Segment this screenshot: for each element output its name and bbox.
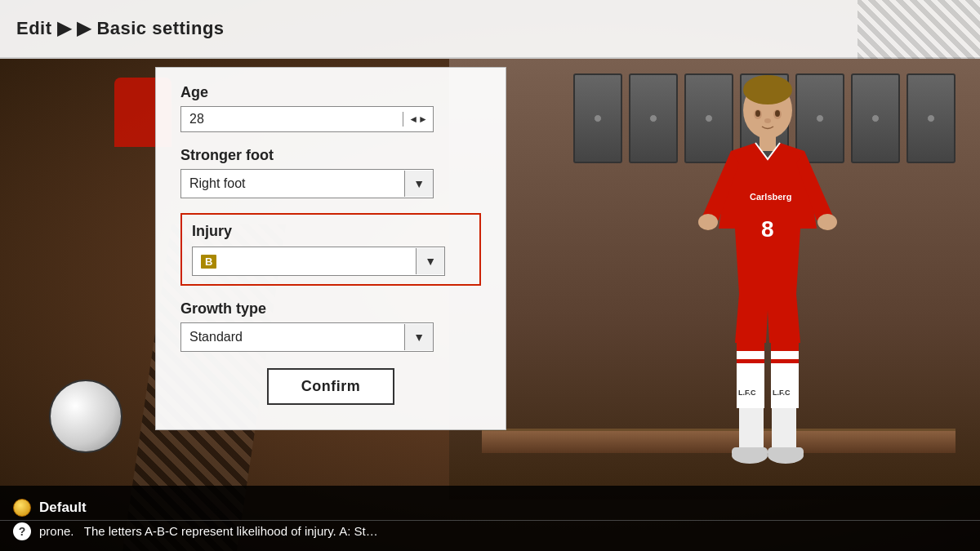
svg-rect-18 [768, 447, 804, 457]
player-figure-container: 8 Carlsberg [653, 65, 882, 498]
svg-text:Carlsberg: Carlsberg [750, 192, 791, 202]
svg-rect-13 [739, 408, 764, 453]
default-label: Default [39, 500, 87, 516]
stronger-foot-dropdown[interactable]: Right foot ▼ [180, 169, 434, 198]
age-input[interactable]: 28 ◄► [180, 106, 434, 132]
age-stepper[interactable]: ◄► [403, 112, 433, 127]
breadcrumb: Edit ▶ ▶ Basic settings [16, 18, 225, 39]
stronger-foot-label: Stronger foot [180, 147, 481, 164]
age-value: 28 [181, 107, 403, 131]
injury-b-badge: B [201, 255, 216, 269]
svg-point-25 [764, 118, 771, 123]
growth-type-field-group: Growth type Standard ▼ [180, 300, 481, 352]
svg-rect-14 [772, 408, 796, 453]
svg-point-24 [775, 110, 780, 117]
bottom-bar: Default ? prone. The letters A-B-C repre… [0, 486, 980, 551]
svg-text:L.F.C: L.F.C [738, 389, 756, 397]
dropdown-arrow-icon: ▼ [416, 248, 444, 274]
svg-rect-2 [760, 135, 776, 151]
svg-rect-10 [771, 343, 799, 408]
injury-value: B [193, 247, 416, 275]
header-diagonal-decoration [858, 0, 980, 59]
locker-unit [573, 73, 622, 163]
svg-text:L.F.C: L.F.C [773, 389, 791, 397]
svg-rect-9 [737, 359, 764, 363]
svg-rect-11 [771, 343, 799, 351]
stronger-foot-value: Right foot [181, 170, 404, 198]
default-row: Default [0, 495, 980, 520]
svg-rect-12 [771, 359, 799, 363]
svg-point-23 [755, 110, 760, 117]
svg-rect-16 [732, 447, 768, 457]
help-row: ? prone. The letters A-B-C represent lik… [0, 520, 980, 542]
header-bar: Edit ▶ ▶ Basic settings [0, 0, 980, 59]
svg-point-5 [698, 214, 718, 230]
svg-point-6 [817, 214, 837, 230]
svg-point-1 [743, 75, 792, 104]
dropdown-arrow-icon: ▼ [404, 324, 433, 350]
growth-type-label: Growth type [180, 300, 481, 318]
soccer-ball [49, 380, 122, 453]
age-field-group: Age 28 ◄► [180, 84, 481, 132]
gold-circle-icon [13, 499, 31, 517]
svg-text:8: 8 [761, 216, 774, 242]
confirm-button[interactable]: Confirm [267, 368, 395, 405]
injury-field-group: Injury B ▼ [180, 213, 481, 286]
svg-rect-7 [737, 343, 764, 408]
stronger-foot-field-group: Stronger foot Right foot ▼ [180, 147, 481, 198]
svg-rect-8 [737, 343, 764, 351]
help-text: prone. The letters A-B-C represent likel… [39, 524, 378, 538]
growth-type-dropdown[interactable]: Standard ▼ [180, 322, 434, 352]
settings-dialog: Age 28 ◄► Stronger foot Right foot ▼ Inj… [155, 67, 506, 430]
player-svg: 8 Carlsberg [653, 65, 882, 498]
injury-label: Injury [192, 223, 470, 240]
help-circle-icon: ? [13, 522, 31, 540]
age-label: Age [180, 84, 481, 101]
dropdown-arrow-icon: ▼ [404, 171, 433, 197]
growth-type-value: Standard [181, 323, 404, 351]
locker-unit [906, 73, 956, 163]
injury-dropdown[interactable]: B ▼ [192, 247, 445, 276]
